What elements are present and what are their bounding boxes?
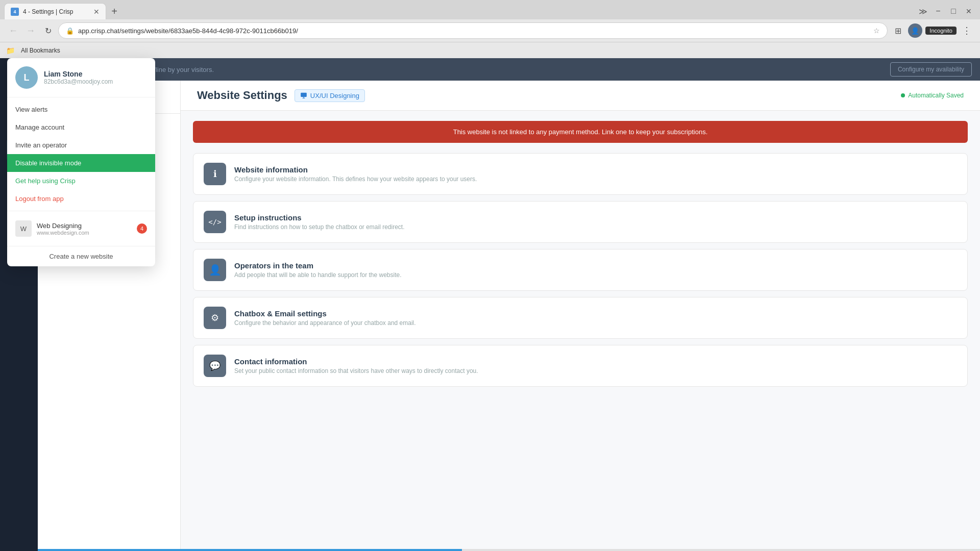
web-designing-icon: W bbox=[15, 220, 32, 237]
dropdown-website-section: W Web Designing www.webdesign.com 4 bbox=[7, 211, 155, 246]
profile-icon[interactable]: 👤 bbox=[908, 23, 922, 38]
address-bar[interactable]: 🔒 app.crisp.chat/settings/website/6833ae… bbox=[58, 22, 888, 39]
incognito-badge: Incognito bbox=[925, 27, 957, 35]
address-text: app.crisp.chat/settings/website/6833ae5b… bbox=[78, 27, 869, 35]
dropdown-avatar: L bbox=[15, 66, 38, 89]
view-alerts-item[interactable]: View alerts bbox=[7, 101, 155, 118]
active-tab[interactable]: 4 4 - Settings | Crisp ✕ bbox=[4, 3, 106, 19]
website-info: Web Designing www.webdesign.com bbox=[37, 222, 132, 236]
website-name-text: Web Designing bbox=[37, 222, 132, 230]
extension-icon[interactable]: ⊞ bbox=[891, 23, 905, 38]
website-url-text: www.webdesign.com bbox=[37, 230, 132, 236]
maximize-icon[interactable]: □ bbox=[946, 4, 961, 18]
dropdown-user-info: Liam Stone 82bc6d3a@moodjoy.com bbox=[44, 70, 113, 85]
dropdown-website-item[interactable]: W Web Designing www.webdesign.com 4 bbox=[15, 217, 147, 240]
invite-operator-item[interactable]: Invite an operator bbox=[7, 136, 155, 154]
disable-invisible-item[interactable]: Disable invisible mode bbox=[7, 154, 155, 172]
logout-item[interactable]: Logout from app bbox=[7, 190, 155, 208]
bookmarks-bar: 📁 All Bookmarks bbox=[0, 42, 980, 58]
bookmarks-label[interactable]: All Bookmarks bbox=[21, 47, 60, 54]
manage-account-item[interactable]: Manage account bbox=[7, 118, 155, 136]
browser-toolbar: ← → ↻ 🔒 app.crisp.chat/settings/website/… bbox=[0, 19, 980, 42]
star-icon[interactable]: ☆ bbox=[873, 27, 880, 35]
reload-button[interactable]: ↻ bbox=[41, 23, 55, 38]
tab-overflow-icon[interactable]: ≫ bbox=[916, 4, 930, 18]
tab-favicon: 4 bbox=[11, 8, 19, 16]
dropdown-items: View alerts Manage account Invite an ope… bbox=[7, 97, 155, 211]
dropdown-user-email: 82bc6d3a@moodjoy.com bbox=[44, 78, 113, 85]
browser-tabs-bar: 4 4 - Settings | Crisp ✕ + ≫ − □ ✕ bbox=[0, 0, 980, 19]
menu-icon[interactable]: ⋮ bbox=[960, 23, 974, 38]
forward-button[interactable]: → bbox=[23, 23, 38, 38]
close-window-icon[interactable]: ✕ bbox=[962, 4, 976, 18]
dropdown-user-section: L Liam Stone 82bc6d3a@moodjoy.com bbox=[7, 58, 155, 97]
dropdown-user-name: Liam Stone bbox=[44, 70, 113, 78]
dropdown-menu: L Liam Stone 82bc6d3a@moodjoy.com View a… bbox=[7, 58, 155, 266]
bookmarks-folder-icon: 📁 bbox=[6, 46, 15, 55]
new-tab-button[interactable]: + bbox=[107, 4, 121, 18]
tab-title: 4 - Settings | Crisp bbox=[23, 8, 89, 15]
minimize-icon[interactable]: − bbox=[931, 4, 945, 18]
website-notification-badge: 4 bbox=[137, 223, 147, 234]
back-button[interactable]: ← bbox=[6, 23, 20, 38]
create-website-button[interactable]: Create a new website bbox=[7, 246, 155, 266]
tab-close-icon[interactable]: ✕ bbox=[93, 8, 100, 16]
browser-chrome: 4 4 - Settings | Crisp ✕ + ≫ − □ ✕ ← → ↻… bbox=[0, 0, 980, 58]
app-container: L 4 Setup ✕ Shh! You are currently seen … bbox=[0, 58, 980, 551]
lock-icon: 🔒 bbox=[66, 27, 74, 35]
get-help-crisp-item[interactable]: Get help using Crisp bbox=[7, 172, 155, 190]
